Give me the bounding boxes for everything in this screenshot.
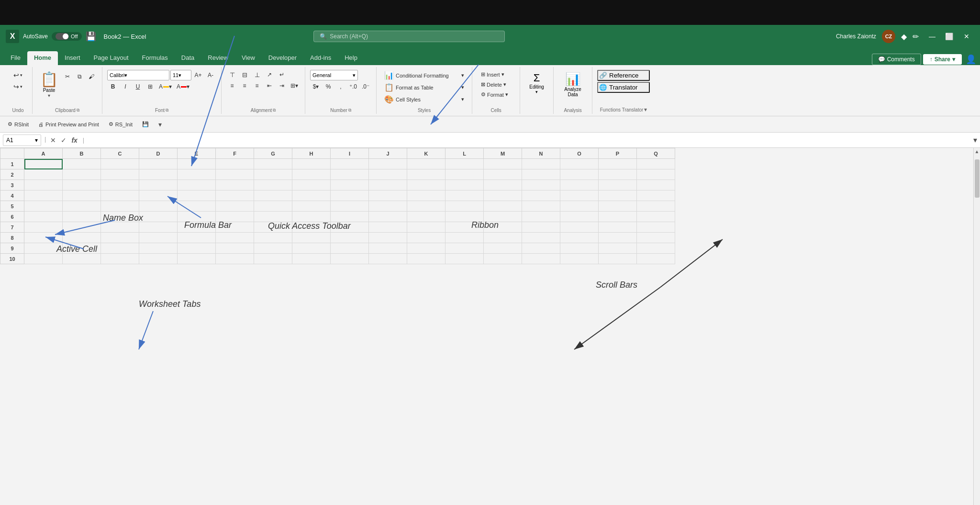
- cell-I8[interactable]: [331, 233, 369, 243]
- cell-F4[interactable]: [216, 191, 254, 201]
- cell-L10[interactable]: [445, 254, 484, 264]
- cell-A7[interactable]: [24, 222, 63, 233]
- vertical-scrollbar[interactable]: ▲ ▼: [973, 148, 980, 505]
- row-header-10[interactable]: 10: [0, 254, 24, 264]
- wrap-text-button[interactable]: ↵: [276, 70, 288, 79]
- cell-I9[interactable]: [331, 243, 369, 254]
- cell-O1[interactable]: [560, 159, 599, 169]
- cell-K2[interactable]: [407, 169, 445, 180]
- cell-E8[interactable]: [178, 233, 216, 243]
- cell-J2[interactable]: [369, 169, 407, 180]
- format-as-table-button[interactable]: 📋 Format as Table ▾: [381, 82, 467, 93]
- cell-D2[interactable]: [139, 169, 178, 180]
- cell-G6[interactable]: [254, 212, 292, 222]
- cell-M5[interactable]: [484, 201, 522, 212]
- row-header-4[interactable]: 4: [0, 191, 24, 201]
- col-header-F[interactable]: F: [216, 148, 254, 159]
- reference-button[interactable]: 🔗 Reference: [597, 70, 650, 81]
- cell-A8[interactable]: [24, 233, 63, 243]
- cell-H5[interactable]: [292, 201, 331, 212]
- save-icon[interactable]: 💾: [86, 31, 96, 42]
- cell-E5[interactable]: [178, 201, 216, 212]
- cell-K4[interactable]: [407, 191, 445, 201]
- fill-color-button[interactable]: A ▾: [157, 82, 174, 91]
- cell-H8[interactable]: [292, 233, 331, 243]
- col-header-A[interactable]: A: [24, 148, 63, 159]
- underline-button[interactable]: U: [132, 82, 144, 91]
- cell-O8[interactable]: [560, 233, 599, 243]
- col-header-L[interactable]: L: [445, 148, 484, 159]
- cell-C5[interactable]: [101, 201, 139, 212]
- user-avatar[interactable]: CZ: [882, 30, 895, 43]
- cell-F10[interactable]: [216, 254, 254, 264]
- cell-L3[interactable]: [445, 180, 484, 191]
- alignment-expand-icon[interactable]: ⧉: [273, 108, 276, 113]
- cell-B3[interactable]: [63, 180, 101, 191]
- cell-D10[interactable]: [139, 254, 178, 264]
- font-selector[interactable]: Calibri ▾: [107, 70, 169, 80]
- cell-I6[interactable]: [331, 212, 369, 222]
- tab-data[interactable]: Data: [175, 51, 201, 65]
- cell-C10[interactable]: [101, 254, 139, 264]
- cell-P3[interactable]: [599, 180, 637, 191]
- cell-J1[interactable]: [369, 159, 407, 169]
- cell-Q10[interactable]: [637, 254, 675, 264]
- cell-M8[interactable]: [484, 233, 522, 243]
- align-center-button[interactable]: ≡: [239, 81, 250, 90]
- col-header-H[interactable]: H: [292, 148, 331, 159]
- cell-D4[interactable]: [139, 191, 178, 201]
- cell-P6[interactable]: [599, 212, 637, 222]
- cell-F2[interactable]: [216, 169, 254, 180]
- cell-C8[interactable]: [101, 233, 139, 243]
- cell-F3[interactable]: [216, 180, 254, 191]
- cell-B4[interactable]: [63, 191, 101, 201]
- cell-K6[interactable]: [407, 212, 445, 222]
- cell-A6[interactable]: [24, 212, 63, 222]
- cell-E3[interactable]: [178, 180, 216, 191]
- scroll-thumb[interactable]: [975, 159, 980, 198]
- cell-K10[interactable]: [407, 254, 445, 264]
- formula-confirm-button[interactable]: ✓: [59, 135, 68, 145]
- cell-Q1[interactable]: [637, 159, 675, 169]
- cell-L5[interactable]: [445, 201, 484, 212]
- autosave-toggle[interactable]: Off: [52, 32, 81, 41]
- tab-view[interactable]: View: [235, 51, 262, 65]
- cell-I5[interactable]: [331, 201, 369, 212]
- cell-E1[interactable]: [178, 159, 216, 169]
- font-color-button[interactable]: A ▾: [175, 82, 191, 91]
- cell-N4[interactable]: [522, 191, 560, 201]
- share-button[interactable]: ↑ Share ▾: [923, 54, 962, 65]
- cell-N1[interactable]: [522, 159, 560, 169]
- cell-D8[interactable]: [139, 233, 178, 243]
- tab-help[interactable]: Help: [338, 51, 364, 65]
- cell-Q6[interactable]: [637, 212, 675, 222]
- cell-O7[interactable]: [560, 222, 599, 233]
- name-box[interactable]: A1 ▾: [3, 135, 41, 146]
- cell-I4[interactable]: [331, 191, 369, 201]
- bold-button[interactable]: B: [107, 82, 119, 91]
- decrease-indent-button[interactable]: ⇤: [264, 81, 275, 90]
- cell-J6[interactable]: [369, 212, 407, 222]
- cell-B5[interactable]: [63, 201, 101, 212]
- cell-M9[interactable]: [484, 243, 522, 254]
- cell-K9[interactable]: [407, 243, 445, 254]
- cell-J5[interactable]: [369, 201, 407, 212]
- cell-L8[interactable]: [445, 233, 484, 243]
- cell-G5[interactable]: [254, 201, 292, 212]
- translator-button[interactable]: 🌐 Translator: [597, 82, 650, 93]
- cell-A2[interactable]: [24, 169, 63, 180]
- cell-G1[interactable]: [254, 159, 292, 169]
- cell-B2[interactable]: [63, 169, 101, 180]
- cell-styles-button[interactable]: 🎨 Cell Styles ▾: [381, 94, 467, 105]
- row-header-8[interactable]: 8: [0, 233, 24, 243]
- cell-P10[interactable]: [599, 254, 637, 264]
- cell-B6[interactable]: [63, 212, 101, 222]
- col-header-I[interactable]: I: [331, 148, 369, 159]
- cell-J3[interactable]: [369, 180, 407, 191]
- search-input[interactable]: [330, 33, 425, 40]
- format-cells-button[interactable]: ⚙ Format ▾: [477, 90, 512, 99]
- delete-cells-button[interactable]: ⊠ Delete ▾: [477, 80, 510, 89]
- cell-D5[interactable]: [139, 201, 178, 212]
- functions-translator-expand-icon[interactable]: ▾: [644, 106, 647, 113]
- cell-E4[interactable]: [178, 191, 216, 201]
